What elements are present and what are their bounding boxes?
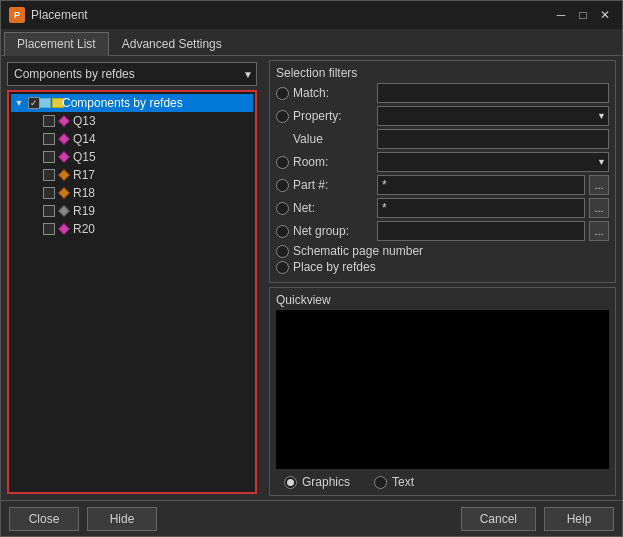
tree-item[interactable]: R20 xyxy=(11,220,253,238)
text-label: Text xyxy=(392,475,414,489)
graphics-radio[interactable] xyxy=(284,476,297,489)
tree-item[interactable]: R17 xyxy=(11,166,253,184)
netgroup-row: Net group: ... xyxy=(276,221,609,241)
part-label: Part #: xyxy=(293,178,373,192)
part-radio[interactable] xyxy=(276,179,289,192)
component-dropdown-container: Components by refdes Components by value… xyxy=(7,62,257,86)
component-icon xyxy=(58,151,70,163)
room-row: Room: ▼ xyxy=(276,152,609,172)
item-label: R19 xyxy=(73,204,95,218)
component-icon xyxy=(58,133,70,145)
tab-placement-list[interactable]: Placement List xyxy=(4,32,109,56)
quickview-title: Quickview xyxy=(276,292,609,310)
match-radio[interactable] xyxy=(276,87,289,100)
close-window-button[interactable]: ✕ xyxy=(596,6,614,24)
item-checkbox[interactable] xyxy=(43,151,55,163)
quickview-options: Graphics Text xyxy=(276,473,609,491)
item-label: Q15 xyxy=(73,150,96,164)
netgroup-radio[interactable] xyxy=(276,225,289,238)
item-label: R17 xyxy=(73,168,95,182)
root-label: Components by refdes xyxy=(62,96,183,110)
right-panel: Selection filters Match: Property: ▼ xyxy=(263,56,622,500)
item-checkbox[interactable] xyxy=(43,133,55,145)
place-radio[interactable] xyxy=(276,261,289,274)
place-label: Place by refdes xyxy=(293,260,376,274)
quickview-section: Quickview Graphics Text xyxy=(269,287,616,496)
tree-expand-icon: ▼ xyxy=(13,97,25,109)
tree-item[interactable]: Q15 xyxy=(11,148,253,166)
net-ellipsis-button[interactable]: ... xyxy=(589,198,609,218)
tab-bar: Placement List Advanced Settings xyxy=(1,29,622,56)
help-button[interactable]: Help xyxy=(544,507,614,531)
match-row: Match: xyxy=(276,83,609,103)
component-tree[interactable]: ▼ ✓ Components by refdes xyxy=(7,90,257,494)
text-option[interactable]: Text xyxy=(374,475,414,489)
tree-item[interactable]: Q13 xyxy=(11,112,253,130)
tab-advanced-settings[interactable]: Advanced Settings xyxy=(109,32,235,55)
main-window: P Placement ─ □ ✕ Placement List Advance… xyxy=(0,0,623,537)
netgroup-input[interactable] xyxy=(377,221,585,241)
maximize-button[interactable]: □ xyxy=(574,6,592,24)
bottom-right-buttons: Cancel Help xyxy=(461,507,614,531)
component-icon xyxy=(58,205,70,217)
component-dropdown[interactable]: Components by refdes Components by value xyxy=(7,62,257,86)
item-checkbox[interactable] xyxy=(43,115,55,127)
property-dropdown[interactable] xyxy=(377,106,609,126)
value-input[interactable] xyxy=(377,129,609,149)
netgroup-ellipsis-button[interactable]: ... xyxy=(589,221,609,241)
folder-icon xyxy=(43,97,59,109)
title-bar-left: P Placement xyxy=(9,7,88,23)
property-row: Property: ▼ xyxy=(276,106,609,126)
close-button[interactable]: Close xyxy=(9,507,79,531)
app-icon: P xyxy=(9,7,25,23)
component-icon xyxy=(58,187,70,199)
left-panel: Components by refdes Components by value… xyxy=(1,56,263,500)
item-label: Q13 xyxy=(73,114,96,128)
property-radio[interactable] xyxy=(276,110,289,123)
quickview-canvas xyxy=(276,310,609,469)
schematic-radio[interactable] xyxy=(276,245,289,258)
title-bar: P Placement ─ □ ✕ xyxy=(1,1,622,29)
tree-root-item[interactable]: ▼ ✓ Components by refdes xyxy=(11,94,253,112)
value-row: Value xyxy=(276,129,609,149)
tree-item[interactable]: R18 xyxy=(11,184,253,202)
selection-filters: Selection filters Match: Property: ▼ xyxy=(269,60,616,283)
text-radio[interactable] xyxy=(374,476,387,489)
window-title: Placement xyxy=(31,8,88,22)
item-checkbox[interactable] xyxy=(43,169,55,181)
part-input[interactable] xyxy=(377,175,585,195)
net-radio[interactable] xyxy=(276,202,289,215)
value-label: Value xyxy=(293,132,373,146)
graphics-option[interactable]: Graphics xyxy=(284,475,350,489)
part-row: Part #: ... xyxy=(276,175,609,195)
item-checkbox[interactable] xyxy=(43,223,55,235)
schematic-label: Schematic page number xyxy=(293,244,423,258)
tree-item[interactable]: R19 xyxy=(11,202,253,220)
component-icon xyxy=(58,115,70,127)
room-dropdown[interactable] xyxy=(377,152,609,172)
item-checkbox[interactable] xyxy=(43,205,55,217)
net-row: Net: ... xyxy=(276,198,609,218)
minimize-button[interactable]: ─ xyxy=(552,6,570,24)
item-checkbox[interactable] xyxy=(43,187,55,199)
property-label: Property: xyxy=(293,109,373,123)
component-icon xyxy=(58,223,70,235)
part-ellipsis-button[interactable]: ... xyxy=(589,175,609,195)
bottom-bar: Close Hide Cancel Help xyxy=(1,500,622,536)
item-label: R20 xyxy=(73,222,95,236)
item-label: R18 xyxy=(73,186,95,200)
hide-button[interactable]: Hide xyxy=(87,507,157,531)
cancel-button[interactable]: Cancel xyxy=(461,507,536,531)
room-radio[interactable] xyxy=(276,156,289,169)
match-input[interactable] xyxy=(377,83,609,103)
tree-item[interactable]: Q14 xyxy=(11,130,253,148)
selection-filters-title: Selection filters xyxy=(276,65,609,83)
item-label: Q14 xyxy=(73,132,96,146)
net-label: Net: xyxy=(293,201,373,215)
net-input[interactable] xyxy=(377,198,585,218)
component-icon xyxy=(58,169,70,181)
match-label: Match: xyxy=(293,86,373,100)
room-label: Room: xyxy=(293,155,373,169)
bottom-left-buttons: Close Hide xyxy=(9,507,157,531)
place-by-refdes-row: Place by refdes xyxy=(276,260,609,274)
